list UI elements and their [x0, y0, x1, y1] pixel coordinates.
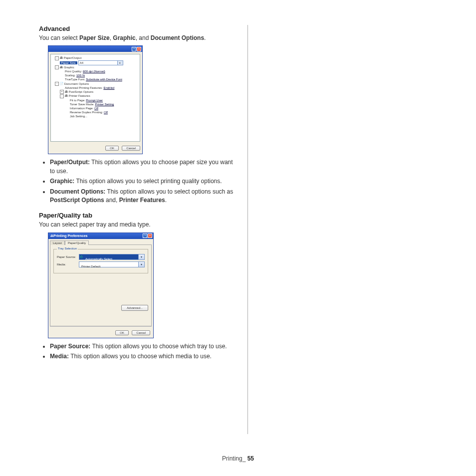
list-item-label: Graphic: [50, 178, 74, 185]
tree-node[interactable]: Document Options [64, 82, 89, 85]
tree-node[interactable]: PostScript Options [69, 90, 94, 93]
collapse-icon[interactable]: - [60, 94, 64, 98]
tree-value[interactable]: 600 dpi (Normal) [83, 70, 105, 73]
expand-icon[interactable]: + [60, 90, 64, 94]
text: , and [136, 34, 151, 41]
collapse-icon[interactable]: - [55, 82, 59, 86]
collapse-icon[interactable]: - [55, 56, 59, 60]
titlebar: ? X [48, 46, 142, 52]
list-item-label: Printer Features [119, 197, 165, 204]
list-item: Media: This option allows you to choose … [50, 352, 238, 361]
media-label: Media: [57, 263, 79, 266]
footer-section: Printing [222, 455, 242, 462]
list-item-label: Paper Source: [50, 343, 90, 350]
tree-value[interactable]: Printer Setting [95, 103, 114, 106]
cancel-button[interactable]: Cancel [122, 146, 140, 151]
help-button[interactable]: ? [132, 47, 136, 51]
ok-button[interactable]: OK [115, 330, 129, 335]
tree-node[interactable]: Job Setting... [70, 115, 87, 118]
advanced-button[interactable]: Advanced... [121, 305, 148, 311]
select-value: Printer Default [79, 265, 100, 268]
tree-value[interactable]: Off [104, 111, 108, 114]
text: . [204, 34, 206, 41]
intro-paper-quality: You can select paper tray and media type… [39, 221, 238, 229]
close-button[interactable]: X [137, 47, 141, 51]
tree-value[interactable]: Off [94, 107, 98, 110]
tree-node[interactable]: Paper/Output [64, 56, 82, 59]
tree-value[interactable]: Substitute with Device Font [86, 78, 122, 81]
list-item-text: This option allows you to choose which t… [90, 343, 227, 350]
tree-node[interactable]: Printer Features [69, 94, 90, 97]
tray-selection-group: Tray Selection Paper Source: ⎙ Automatic… [53, 249, 148, 273]
list-item-label: PostScript Options [50, 197, 104, 204]
list-item: Graphic: This option allows you to selec… [50, 177, 238, 186]
tab-panel: Tray Selection Paper Source: ⎙ Automatic… [50, 244, 152, 326]
titlebar: 🖶 Printing Preferences ? X [48, 233, 153, 239]
list-item: Document Options: This option allows you… [50, 188, 238, 205]
tree-label: Toner Save Mode: [70, 103, 94, 106]
list-item-text: . [165, 197, 167, 204]
list-item: Paper Source: This option allows you to … [50, 342, 238, 351]
tree-label: Reverse Duplex Printing: [70, 111, 103, 114]
tree-label: Information Page: [70, 107, 93, 110]
media-select[interactable]: Printer Default [79, 261, 145, 267]
list-item-text: This option allows you to select printin… [74, 178, 222, 185]
list-item-label: Media: [50, 353, 69, 360]
text-bold: Document Options [151, 34, 204, 41]
close-button[interactable]: X [148, 234, 152, 238]
dialog-title: Printing Preferences [53, 234, 142, 238]
list-item-label: Document Options: [50, 188, 105, 195]
group-legend: Tray Selection [57, 247, 78, 250]
paper-quality-dialog: 🖶 Printing Preferences ? X LayoutPaper/Q… [48, 233, 154, 338]
footer-sep: _ [242, 455, 247, 462]
intro-advanced: You can select Paper Size, Graphic, and … [39, 34, 238, 42]
list-item-label: Paper/Output: [50, 159, 90, 166]
list-item-text: and, [104, 197, 119, 204]
text-bold: Paper Size [79, 34, 110, 41]
bullet-list-pq: Paper Source: This option allows you to … [39, 342, 238, 361]
ok-button[interactable]: OK [105, 146, 119, 151]
tree-label: Print Quality: [65, 70, 82, 73]
advanced-dialog: ? X -🖶 Paper/Output Paper Size: A4 -🖶 Gr… [48, 45, 143, 154]
tree-value[interactable]: Prompt User [86, 99, 103, 102]
tree-label: Paper Size: [60, 61, 77, 64]
page-number: 55 [247, 455, 254, 462]
tree-value[interactable]: Enabled [103, 86, 114, 89]
tree-label: Fit to Page: [70, 99, 85, 102]
tray-icon: ⎙ [80, 255, 84, 259]
options-tree: -🖶 Paper/Output Paper Size: A4 -🖶 Graphi… [50, 54, 140, 142]
tab-layout[interactable]: Layout [50, 240, 65, 245]
paper-source-select[interactable]: ⎙ Automatically Select [79, 254, 145, 260]
text-bold: Graphic [113, 34, 135, 41]
bullet-list-advanced: Paper/Output: This option allows you to … [39, 158, 238, 205]
page-footer: Printing_ 55 [0, 455, 476, 462]
help-button[interactable]: ? [143, 234, 147, 238]
tree-label: Scaling: [65, 74, 75, 77]
paper-size-select[interactable]: A4 [78, 60, 123, 65]
tree-label: Advanced Printing Features: [65, 86, 103, 89]
tab-paper-quality[interactable]: Paper/Quality [65, 240, 89, 245]
tree-value[interactable]: 100 % [76, 74, 85, 77]
list-item-text: This option allows you to choose which m… [69, 353, 212, 360]
collapse-icon[interactable]: - [55, 65, 59, 69]
tree-node[interactable]: Graphic [64, 66, 74, 69]
list-item: Paper/Output: This option allows you to … [50, 158, 238, 176]
list-item-text: This option allows you to select options… [105, 188, 233, 195]
tree-label: TrueType Font: [65, 78, 85, 81]
text: You can select [39, 34, 79, 41]
heading-advanced: Advanced [39, 25, 238, 32]
paper-source-label: Paper Source: [57, 255, 79, 258]
heading-paper-quality: Paper/Quality tab [39, 212, 238, 219]
cancel-button[interactable]: Cancel [132, 330, 150, 335]
